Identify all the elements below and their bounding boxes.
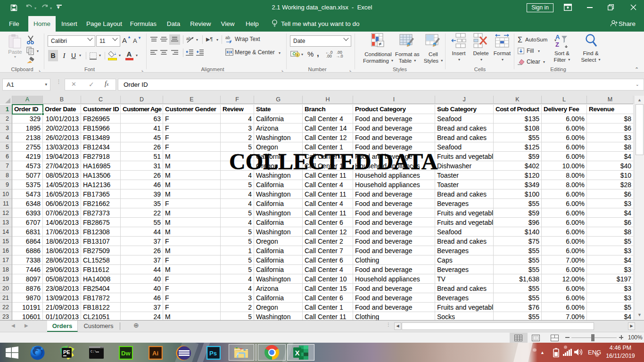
svg-text:$: $	[297, 53, 298, 57]
svg-text:Z: Z	[555, 41, 559, 48]
svg-text:C:\: C:\	[91, 350, 97, 354]
svg-text:Dw: Dw	[121, 350, 131, 357]
svg-text:A: A	[555, 33, 560, 41]
svg-text:Ai: Ai	[152, 350, 158, 357]
svg-text:PE: PE	[63, 349, 70, 355]
svg-text:Ps: Ps	[209, 350, 217, 357]
svg-text:ab: ab	[225, 35, 230, 40]
svg-text:X: X	[295, 349, 300, 357]
svg-text:≠: ≠	[379, 41, 381, 47]
svg-text:ab: ab	[186, 36, 191, 41]
